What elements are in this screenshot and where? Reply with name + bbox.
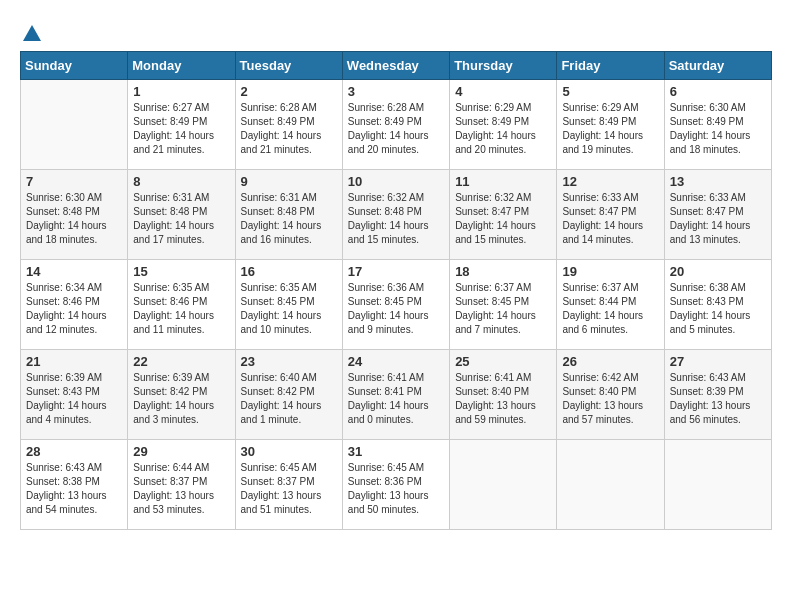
day-number: 10 bbox=[348, 174, 444, 189]
day-info: Sunrise: 6:37 AM Sunset: 8:45 PM Dayligh… bbox=[455, 281, 551, 337]
header-cell-sunday: Sunday bbox=[21, 51, 128, 79]
header-cell-saturday: Saturday bbox=[664, 51, 771, 79]
day-info: Sunrise: 6:29 AM Sunset: 8:49 PM Dayligh… bbox=[455, 101, 551, 157]
day-cell: 27Sunrise: 6:43 AM Sunset: 8:39 PM Dayli… bbox=[664, 349, 771, 439]
day-cell: 10Sunrise: 6:32 AM Sunset: 8:48 PM Dayli… bbox=[342, 169, 449, 259]
day-number: 23 bbox=[241, 354, 337, 369]
day-cell: 22Sunrise: 6:39 AM Sunset: 8:42 PM Dayli… bbox=[128, 349, 235, 439]
week-row-1: 1Sunrise: 6:27 AM Sunset: 8:49 PM Daylig… bbox=[21, 79, 772, 169]
week-row-4: 21Sunrise: 6:39 AM Sunset: 8:43 PM Dayli… bbox=[21, 349, 772, 439]
day-cell: 11Sunrise: 6:32 AM Sunset: 8:47 PM Dayli… bbox=[450, 169, 557, 259]
day-number: 5 bbox=[562, 84, 658, 99]
day-cell: 2Sunrise: 6:28 AM Sunset: 8:49 PM Daylig… bbox=[235, 79, 342, 169]
day-cell: 20Sunrise: 6:38 AM Sunset: 8:43 PM Dayli… bbox=[664, 259, 771, 349]
day-number: 20 bbox=[670, 264, 766, 279]
day-cell: 1Sunrise: 6:27 AM Sunset: 8:49 PM Daylig… bbox=[128, 79, 235, 169]
day-info: Sunrise: 6:42 AM Sunset: 8:40 PM Dayligh… bbox=[562, 371, 658, 427]
day-info: Sunrise: 6:45 AM Sunset: 8:36 PM Dayligh… bbox=[348, 461, 444, 517]
page-header bbox=[20, 20, 772, 41]
day-cell: 31Sunrise: 6:45 AM Sunset: 8:36 PM Dayli… bbox=[342, 439, 449, 529]
day-info: Sunrise: 6:27 AM Sunset: 8:49 PM Dayligh… bbox=[133, 101, 229, 157]
day-cell bbox=[664, 439, 771, 529]
logo-icon bbox=[21, 23, 43, 45]
day-cell: 21Sunrise: 6:39 AM Sunset: 8:43 PM Dayli… bbox=[21, 349, 128, 439]
day-info: Sunrise: 6:43 AM Sunset: 8:39 PM Dayligh… bbox=[670, 371, 766, 427]
day-info: Sunrise: 6:33 AM Sunset: 8:47 PM Dayligh… bbox=[670, 191, 766, 247]
day-number: 7 bbox=[26, 174, 122, 189]
week-row-2: 7Sunrise: 6:30 AM Sunset: 8:48 PM Daylig… bbox=[21, 169, 772, 259]
day-info: Sunrise: 6:31 AM Sunset: 8:48 PM Dayligh… bbox=[133, 191, 229, 247]
day-cell: 15Sunrise: 6:35 AM Sunset: 8:46 PM Dayli… bbox=[128, 259, 235, 349]
day-info: Sunrise: 6:40 AM Sunset: 8:42 PM Dayligh… bbox=[241, 371, 337, 427]
day-info: Sunrise: 6:35 AM Sunset: 8:46 PM Dayligh… bbox=[133, 281, 229, 337]
day-info: Sunrise: 6:34 AM Sunset: 8:46 PM Dayligh… bbox=[26, 281, 122, 337]
day-cell: 16Sunrise: 6:35 AM Sunset: 8:45 PM Dayli… bbox=[235, 259, 342, 349]
day-cell: 17Sunrise: 6:36 AM Sunset: 8:45 PM Dayli… bbox=[342, 259, 449, 349]
day-cell: 26Sunrise: 6:42 AM Sunset: 8:40 PM Dayli… bbox=[557, 349, 664, 439]
logo bbox=[20, 20, 44, 41]
day-info: Sunrise: 6:35 AM Sunset: 8:45 PM Dayligh… bbox=[241, 281, 337, 337]
day-info: Sunrise: 6:44 AM Sunset: 8:37 PM Dayligh… bbox=[133, 461, 229, 517]
day-info: Sunrise: 6:32 AM Sunset: 8:47 PM Dayligh… bbox=[455, 191, 551, 247]
day-cell: 8Sunrise: 6:31 AM Sunset: 8:48 PM Daylig… bbox=[128, 169, 235, 259]
day-info: Sunrise: 6:30 AM Sunset: 8:48 PM Dayligh… bbox=[26, 191, 122, 247]
day-number: 4 bbox=[455, 84, 551, 99]
day-cell: 5Sunrise: 6:29 AM Sunset: 8:49 PM Daylig… bbox=[557, 79, 664, 169]
day-cell: 6Sunrise: 6:30 AM Sunset: 8:49 PM Daylig… bbox=[664, 79, 771, 169]
day-info: Sunrise: 6:37 AM Sunset: 8:44 PM Dayligh… bbox=[562, 281, 658, 337]
day-info: Sunrise: 6:38 AM Sunset: 8:43 PM Dayligh… bbox=[670, 281, 766, 337]
day-number: 8 bbox=[133, 174, 229, 189]
day-info: Sunrise: 6:28 AM Sunset: 8:49 PM Dayligh… bbox=[241, 101, 337, 157]
header-cell-tuesday: Tuesday bbox=[235, 51, 342, 79]
day-cell: 19Sunrise: 6:37 AM Sunset: 8:44 PM Dayli… bbox=[557, 259, 664, 349]
day-cell: 14Sunrise: 6:34 AM Sunset: 8:46 PM Dayli… bbox=[21, 259, 128, 349]
day-number: 12 bbox=[562, 174, 658, 189]
day-cell: 7Sunrise: 6:30 AM Sunset: 8:48 PM Daylig… bbox=[21, 169, 128, 259]
day-number: 25 bbox=[455, 354, 551, 369]
day-info: Sunrise: 6:45 AM Sunset: 8:37 PM Dayligh… bbox=[241, 461, 337, 517]
calendar-header: SundayMondayTuesdayWednesdayThursdayFrid… bbox=[21, 51, 772, 79]
header-cell-monday: Monday bbox=[128, 51, 235, 79]
day-info: Sunrise: 6:29 AM Sunset: 8:49 PM Dayligh… bbox=[562, 101, 658, 157]
day-info: Sunrise: 6:32 AM Sunset: 8:48 PM Dayligh… bbox=[348, 191, 444, 247]
day-info: Sunrise: 6:41 AM Sunset: 8:40 PM Dayligh… bbox=[455, 371, 551, 427]
day-number: 11 bbox=[455, 174, 551, 189]
day-number: 24 bbox=[348, 354, 444, 369]
day-cell bbox=[450, 439, 557, 529]
day-number: 22 bbox=[133, 354, 229, 369]
day-cell: 18Sunrise: 6:37 AM Sunset: 8:45 PM Dayli… bbox=[450, 259, 557, 349]
day-number: 1 bbox=[133, 84, 229, 99]
day-info: Sunrise: 6:28 AM Sunset: 8:49 PM Dayligh… bbox=[348, 101, 444, 157]
week-row-5: 28Sunrise: 6:43 AM Sunset: 8:38 PM Dayli… bbox=[21, 439, 772, 529]
day-cell bbox=[21, 79, 128, 169]
day-cell: 9Sunrise: 6:31 AM Sunset: 8:48 PM Daylig… bbox=[235, 169, 342, 259]
day-info: Sunrise: 6:30 AM Sunset: 8:49 PM Dayligh… bbox=[670, 101, 766, 157]
day-info: Sunrise: 6:36 AM Sunset: 8:45 PM Dayligh… bbox=[348, 281, 444, 337]
day-cell: 24Sunrise: 6:41 AM Sunset: 8:41 PM Dayli… bbox=[342, 349, 449, 439]
day-number: 6 bbox=[670, 84, 766, 99]
day-cell: 13Sunrise: 6:33 AM Sunset: 8:47 PM Dayli… bbox=[664, 169, 771, 259]
day-number: 9 bbox=[241, 174, 337, 189]
day-number: 18 bbox=[455, 264, 551, 279]
day-number: 21 bbox=[26, 354, 122, 369]
day-cell: 29Sunrise: 6:44 AM Sunset: 8:37 PM Dayli… bbox=[128, 439, 235, 529]
week-row-3: 14Sunrise: 6:34 AM Sunset: 8:46 PM Dayli… bbox=[21, 259, 772, 349]
day-cell: 23Sunrise: 6:40 AM Sunset: 8:42 PM Dayli… bbox=[235, 349, 342, 439]
day-number: 27 bbox=[670, 354, 766, 369]
day-number: 30 bbox=[241, 444, 337, 459]
header-cell-thursday: Thursday bbox=[450, 51, 557, 79]
day-number: 13 bbox=[670, 174, 766, 189]
day-cell: 30Sunrise: 6:45 AM Sunset: 8:37 PM Dayli… bbox=[235, 439, 342, 529]
day-cell: 25Sunrise: 6:41 AM Sunset: 8:40 PM Dayli… bbox=[450, 349, 557, 439]
day-cell bbox=[557, 439, 664, 529]
day-info: Sunrise: 6:39 AM Sunset: 8:43 PM Dayligh… bbox=[26, 371, 122, 427]
header-cell-friday: Friday bbox=[557, 51, 664, 79]
day-number: 19 bbox=[562, 264, 658, 279]
day-number: 15 bbox=[133, 264, 229, 279]
day-cell: 12Sunrise: 6:33 AM Sunset: 8:47 PM Dayli… bbox=[557, 169, 664, 259]
day-info: Sunrise: 6:33 AM Sunset: 8:47 PM Dayligh… bbox=[562, 191, 658, 247]
day-number: 31 bbox=[348, 444, 444, 459]
logo-text bbox=[20, 20, 44, 41]
day-info: Sunrise: 6:39 AM Sunset: 8:42 PM Dayligh… bbox=[133, 371, 229, 427]
day-number: 3 bbox=[348, 84, 444, 99]
